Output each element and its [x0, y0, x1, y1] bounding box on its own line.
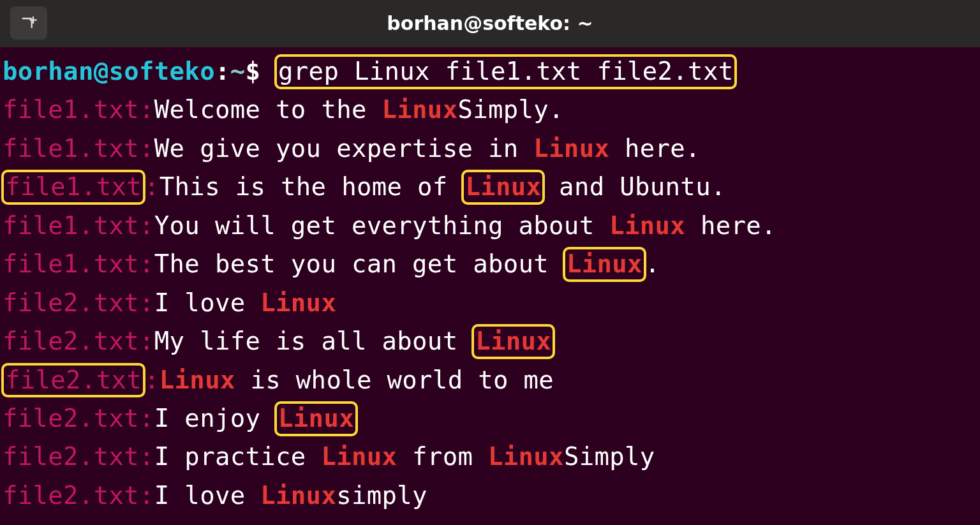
output-text: here. — [609, 134, 701, 163]
output-text: We give you expertise in — [154, 134, 534, 163]
output-text: Simply. — [457, 95, 563, 124]
output-line: file2.txt:My life is all about Linux — [3, 322, 980, 360]
grep-match: Linux — [382, 95, 458, 124]
output-line: file1.txt:Welcome to the LinuxSimply. — [3, 91, 980, 129]
grep-match: Linux — [461, 170, 545, 205]
output-text: I enjoy — [154, 404, 276, 433]
command-text: grep Linux file1.txt file2.txt — [274, 54, 737, 89]
file-name: file1.txt — [3, 134, 139, 163]
file-sep: : — [144, 366, 160, 394]
output-line: file1.txt:You will get everything about … — [3, 207, 980, 245]
file-name: file1.txt — [1, 170, 145, 205]
file-name: file2.txt — [3, 404, 139, 433]
file-sep: : — [139, 134, 154, 163]
prompt-line: borhan@softeko:~$ grep Linux file1.txt f… — [3, 52, 980, 91]
output-line: file1.txt:We give you expertise in Linux… — [3, 129, 980, 168]
file-name: file2.txt — [3, 288, 139, 317]
prompt-dollar: $ — [245, 57, 276, 85]
output-line: file2.txt:I enjoy Linux — [3, 399, 980, 438]
new-tab-icon — [20, 14, 38, 32]
file-sep: : — [139, 249, 154, 278]
output-text: Welcome to the — [154, 95, 382, 124]
grep-match: Linux — [260, 288, 336, 317]
output-line: file2.txt:I practice Linux from LinuxSim… — [3, 438, 980, 476]
output-text: here. — [685, 211, 776, 240]
output-text: I love — [154, 288, 260, 317]
file-name: file2.txt — [1, 363, 145, 398]
grep-match: Linux — [533, 134, 609, 163]
file-sep: : — [139, 442, 154, 471]
output-text: This is the home of — [160, 172, 463, 201]
grep-match: Linux — [260, 481, 336, 510]
file-sep: : — [139, 404, 154, 433]
output-text: . — [645, 249, 660, 278]
window-titlebar: borhan@softeko: ~ — [0, 0, 980, 47]
grep-match: Linux — [321, 442, 397, 471]
file-sep: : — [139, 481, 154, 510]
output-text: simply — [336, 481, 427, 510]
window-title: borhan@softeko: ~ — [0, 9, 980, 39]
file-name: file1.txt — [3, 211, 139, 240]
output-line: file2.txt:Linux is whole world to me — [3, 361, 980, 399]
output-text: Simply — [564, 442, 655, 471]
terminal-area[interactable]: borhan@softeko:~$ grep Linux file1.txt f… — [0, 47, 980, 515]
file-name: file1.txt — [3, 249, 139, 278]
output-text: from — [397, 442, 488, 471]
prompt-sep: : — [215, 57, 230, 85]
grep-match: Linux — [488, 442, 564, 471]
file-sep: : — [139, 327, 154, 355]
output-text: You will get everything about — [154, 211, 609, 240]
grep-match: Linux — [609, 211, 685, 240]
output-text: is whole world to me — [235, 366, 554, 394]
file-sep: : — [144, 172, 160, 201]
output-line: file1.txt:The best you can get about Lin… — [3, 245, 980, 283]
grep-match: Linux — [471, 324, 555, 359]
output-text: I love — [154, 481, 260, 510]
file-sep: : — [139, 288, 154, 317]
output-text: and Ubuntu. — [544, 172, 725, 201]
prompt-user: borhan@softeko — [3, 57, 215, 85]
output-line: file2.txt:I love Linuxsimply — [3, 477, 980, 515]
file-name: file2.txt — [3, 327, 139, 355]
grep-match: Linux — [274, 401, 358, 436]
file-name: file1.txt — [3, 95, 139, 124]
output-text: The best you can get about — [154, 249, 564, 278]
output-text: My life is all about — [154, 327, 473, 355]
prompt-path: ~ — [230, 57, 246, 85]
output-line: file2.txt:I love Linux — [3, 284, 980, 322]
file-name: file2.txt — [3, 442, 139, 471]
output-line: file1.txt:This is the home of Linux and … — [3, 168, 980, 206]
file-sep: : — [139, 95, 154, 124]
new-tab-button[interactable] — [10, 6, 47, 40]
grep-match: Linux — [563, 247, 646, 282]
grep-match: Linux — [160, 366, 235, 394]
file-name: file2.txt — [3, 481, 139, 510]
file-sep: : — [139, 211, 154, 240]
output-text: I practice — [154, 442, 322, 471]
